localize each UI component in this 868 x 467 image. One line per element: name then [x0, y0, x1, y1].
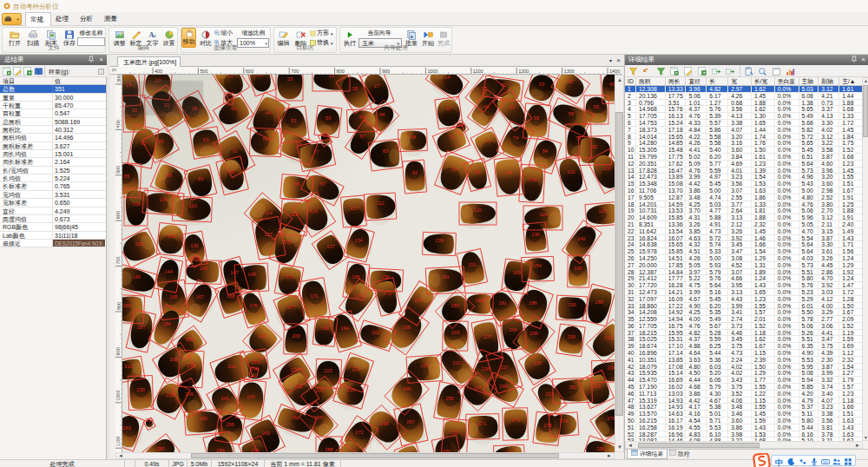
- svg-text:54: 54: [359, 115, 365, 120]
- svg-text:42: 42: [231, 106, 236, 111]
- svg-text:127: 127: [264, 232, 273, 237]
- svg-text:262: 262: [291, 415, 299, 420]
- svg-text:296: 296: [596, 446, 605, 451]
- svg-text:120: 120: [473, 207, 482, 213]
- svg-text:15: 15: [227, 75, 233, 78]
- svg-text:33: 33: [539, 82, 544, 87]
- svg-text:236: 236: [185, 391, 194, 397]
- svg-text:200: 200: [292, 333, 300, 339]
- svg-text:282: 282: [450, 430, 459, 435]
- svg-text:58: 58: [534, 115, 539, 121]
- svg-text:173: 173: [383, 291, 391, 296]
- svg-text:400: 400: [116, 120, 122, 128]
- svg-text:800: 800: [337, 69, 345, 74]
- svg-text:600: 600: [116, 211, 122, 219]
- svg-text:72: 72: [232, 148, 237, 154]
- svg-text:145: 145: [132, 274, 141, 280]
- svg-text:142: 142: [577, 236, 586, 241]
- svg-text:80: 80: [383, 148, 388, 154]
- svg-text:221: 221: [452, 360, 461, 365]
- svg-text:206: 206: [529, 331, 538, 336]
- svg-text:102: 102: [567, 169, 575, 174]
- svg-text:136: 136: [531, 232, 540, 237]
- svg-text:163: 163: [512, 270, 521, 275]
- svg-text:92: 92: [412, 170, 418, 175]
- svg-text:245: 245: [403, 386, 411, 391]
- svg-text:122: 122: [167, 234, 175, 239]
- svg-text:27: 27: [374, 83, 379, 89]
- svg-text:1000: 1000: [116, 391, 122, 401]
- svg-text:154: 154: [533, 263, 542, 268]
- svg-text:165: 165: [169, 294, 178, 299]
- svg-text:134: 134: [354, 238, 363, 243]
- svg-text:243: 243: [247, 394, 255, 399]
- svg-text:202: 202: [372, 330, 380, 335]
- svg-text:161: 161: [441, 274, 450, 280]
- svg-text:59: 59: [158, 139, 163, 144]
- svg-text:267: 267: [406, 419, 415, 424]
- svg-text:212: 212: [604, 335, 613, 340]
- svg-text:112: 112: [376, 201, 384, 206]
- svg-text:1200: 1200: [518, 69, 529, 74]
- svg-text:266: 266: [226, 422, 234, 427]
- svg-text:24: 24: [444, 75, 450, 80]
- svg-text:52: 52: [510, 104, 515, 109]
- svg-text:140: 140: [192, 255, 201, 260]
- svg-text:108: 108: [132, 201, 141, 207]
- svg-text:53: 53: [291, 118, 296, 123]
- svg-text:116: 116: [309, 208, 317, 214]
- svg-text:800: 800: [116, 302, 122, 310]
- svg-text:209: 209: [567, 334, 575, 339]
- svg-text:177: 177: [287, 305, 296, 310]
- svg-text:132: 132: [283, 240, 292, 245]
- svg-text:176: 176: [249, 303, 258, 308]
- svg-text:46: 46: [483, 104, 489, 109]
- svg-text:77: 77: [313, 149, 319, 155]
- svg-text:88: 88: [229, 169, 234, 174]
- svg-text:184: 184: [162, 321, 171, 326]
- svg-text:143: 143: [199, 266, 207, 271]
- svg-text:900: 900: [382, 69, 390, 74]
- svg-text:215: 215: [251, 359, 260, 365]
- svg-text:251: 251: [569, 385, 577, 390]
- svg-text:207: 207: [483, 334, 491, 339]
- svg-text:114: 114: [264, 210, 273, 215]
- svg-text:50: 50: [326, 115, 331, 121]
- svg-text:700: 700: [116, 256, 122, 264]
- svg-text:137: 137: [326, 244, 335, 249]
- svg-text:160: 160: [574, 266, 582, 271]
- svg-text:168: 168: [227, 293, 235, 299]
- svg-text:a: a: [411, 34, 413, 39]
- svg-text:153: 153: [285, 274, 293, 280]
- svg-text:186: 186: [529, 300, 537, 306]
- svg-text:241: 241: [220, 396, 229, 401]
- svg-text:278: 278: [543, 423, 552, 428]
- svg-text:227: 227: [500, 365, 509, 370]
- svg-text:194: 194: [340, 326, 349, 331]
- svg-text:64: 64: [323, 133, 329, 138]
- svg-text:124: 124: [539, 212, 548, 217]
- svg-text:700: 700: [291, 69, 299, 74]
- svg-text:228: 228: [481, 366, 490, 372]
- svg-text:104: 104: [159, 197, 168, 202]
- svg-text:208: 208: [169, 357, 178, 362]
- svg-text:130: 130: [190, 243, 199, 248]
- svg-text:1400: 1400: [609, 69, 620, 74]
- svg-text:1100: 1100: [473, 69, 483, 74]
- svg-text:84: 84: [542, 148, 549, 154]
- svg-text:257: 257: [545, 391, 554, 397]
- svg-text:235: 235: [166, 392, 174, 398]
- svg-text:179: 179: [414, 298, 423, 303]
- svg-text:95: 95: [294, 181, 299, 187]
- svg-text:44: 44: [266, 110, 272, 115]
- svg-text:144: 144: [164, 269, 173, 274]
- svg-text:97: 97: [320, 181, 326, 187]
- svg-text:110: 110: [188, 203, 196, 208]
- svg-text:117: 117: [350, 206, 358, 211]
- svg-text:28: 28: [352, 86, 358, 91]
- svg-text:167: 167: [195, 294, 204, 299]
- svg-text:218: 218: [250, 366, 259, 372]
- svg-text:26: 26: [227, 92, 232, 97]
- svg-text:63: 63: [203, 137, 208, 142]
- svg-text:86: 86: [167, 173, 172, 178]
